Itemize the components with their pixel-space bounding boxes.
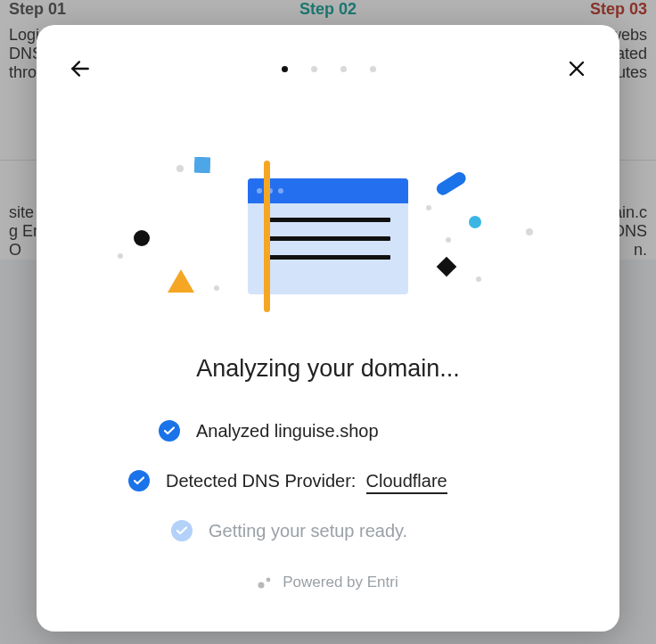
circle-black-icon (134, 230, 150, 246)
svg-point-10 (426, 205, 431, 211)
svg-point-11 (446, 237, 451, 243)
svg-marker-7 (168, 269, 194, 293)
svg-point-17 (266, 578, 271, 582)
analyze-modal: Analyzing your domain... Analyzed lingui… (37, 25, 619, 632)
progress-dot (370, 66, 376, 72)
svg-point-14 (476, 277, 481, 282)
dot-gray-icon (426, 205, 431, 211)
back-button[interactable] (63, 52, 97, 86)
check-icon (128, 470, 150, 491)
modal-heading: Analyzing your domain... (196, 355, 460, 383)
dns-provider-value: Cloudflare (366, 471, 447, 494)
item-detected: Detected DNS Provider: Cloudflare (128, 470, 447, 491)
svg-point-8 (214, 285, 219, 291)
browser-window-icon (248, 178, 408, 294)
footer-text: Powered by Entri (283, 574, 398, 591)
svg-point-5 (134, 230, 150, 246)
browser-bar-dot-icon (278, 188, 283, 194)
browser-line-icon (266, 255, 390, 260)
svg-rect-13 (437, 257, 457, 277)
arrow-left-icon (69, 57, 92, 80)
item-pending: Getting your setup ready. (171, 520, 407, 541)
scan-line-icon (264, 161, 270, 312)
close-icon (566, 58, 587, 79)
check-icon (159, 420, 180, 442)
check-pending-icon (171, 520, 193, 541)
browser-line-icon (266, 236, 390, 241)
progress-dots (282, 66, 376, 72)
svg-point-15 (526, 228, 533, 235)
modal-overlay: Analyzing your domain... Analyzed lingui… (0, 0, 656, 644)
browser-bar (248, 178, 408, 203)
svg-point-16 (258, 582, 265, 589)
dot-gray-icon (526, 228, 533, 235)
svg-point-6 (118, 253, 123, 259)
progress-dot (282, 66, 288, 72)
item-detected-text: Detected DNS Provider: Cloudflare (166, 471, 447, 491)
svg-rect-9 (434, 169, 467, 197)
square-blue-icon (194, 157, 210, 173)
item-pending-text: Getting your setup ready. (209, 521, 407, 541)
pill-blue-icon (431, 166, 467, 202)
svg-rect-4 (194, 157, 210, 173)
modal-footer: Powered by Entri (258, 574, 398, 591)
browser-lines (248, 203, 408, 288)
dot-gray-icon (118, 253, 123, 259)
dot-gray-icon (446, 237, 451, 243)
item-analyzed-text: Analyzed linguise.shop (196, 421, 379, 442)
close-button[interactable] (561, 53, 593, 85)
illustration (114, 161, 542, 330)
dot-gray-icon (476, 277, 481, 282)
progress-dot (340, 66, 347, 72)
dot-gray-icon (214, 285, 219, 291)
svg-point-3 (176, 165, 184, 172)
modal-header (54, 52, 602, 86)
dot-gray-icon (176, 165, 184, 172)
browser-line-icon (266, 218, 390, 222)
analysis-items: Analyzed linguise.shop Detected DNS Prov… (159, 420, 497, 541)
entri-logo-icon (258, 576, 274, 589)
svg-point-12 (469, 216, 481, 228)
browser-bar-dot-icon (257, 188, 262, 194)
circle-cyan-icon (469, 216, 481, 228)
triangle-orange-icon (168, 269, 194, 293)
item-analyzed: Analyzed linguise.shop (159, 420, 379, 442)
diamond-black-icon (435, 255, 458, 278)
progress-dot (311, 66, 317, 72)
